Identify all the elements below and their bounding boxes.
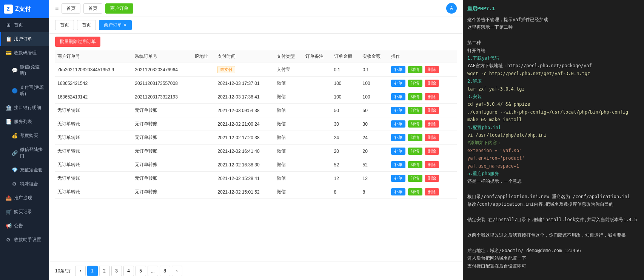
cell-actual: 0.1 <box>360 63 389 77</box>
panel-line: 这两个我这里改过之后我直接打包这个，你们应该不用改，知道运行，域名要换 <box>467 231 639 239</box>
cell-pay-type: 支付宝 <box>274 63 303 77</box>
status-badge: 未支付 <box>217 66 235 73</box>
detail-btn[interactable]: 详情 <box>408 66 422 73</box>
panel-line: 这个警告不管理，提示yaf插件已经加载 <box>467 16 639 23</box>
sidebar-item-payment-settings[interactable]: ⚙ 收款助手设置 <box>0 233 49 247</box>
topnav: ≡ 首页 首页 商户订单 A <box>49 0 463 17</box>
sidebar-item-alipay[interactable]: 🔵 支付宝(免监听) <box>0 80 49 101</box>
supplement-btn[interactable]: 补单 <box>391 161 405 168</box>
topnav-tab-home[interactable]: 首页 <box>62 3 80 14</box>
sidebar-item-announcement[interactable]: 📢 公告 <box>0 219 49 233</box>
delete-btn[interactable]: 删除 <box>425 148 439 155</box>
cell-remark <box>303 131 332 145</box>
cell-pay-time: 2021-12-03 09:54:38 <box>215 104 274 117</box>
supplement-btn[interactable]: 补单 <box>391 107 405 114</box>
supplement-btn[interactable]: 补单 <box>391 148 405 155</box>
right-wrapper: 重启PHP7.1这个警告不管理，提示yaf插件已经加载这里再演示一下第二种 第二… <box>463 0 644 280</box>
delete-btn[interactable]: 删除 <box>425 120 439 128</box>
cell-action: 补单 详情 删除 <box>389 131 457 145</box>
page-btn-1[interactable]: 1 <box>87 266 98 276</box>
cell-pay-time: 2021-12-03 17:37:01 <box>215 77 274 90</box>
table-row: Zkb202112032034451953 9 2021120320347696… <box>55 63 457 77</box>
sidebar-item-quota-buy[interactable]: 💰 额度购买 <box>0 129 49 143</box>
menu-toggle-icon[interactable]: ≡ <box>55 5 59 12</box>
detail-btn[interactable]: 详情 <box>408 107 422 114</box>
cell-amount: 52 <box>332 158 361 172</box>
detail-btn[interactable]: 详情 <box>408 161 422 168</box>
supplement-btn[interactable]: 补单 <box>391 66 405 73</box>
cell-pay-type: 微信 <box>274 104 303 117</box>
delete-btn[interactable]: 删除 <box>425 188 439 195</box>
delete-btn[interactable]: 删除 <box>425 80 439 87</box>
sidebar-item-home[interactable]: ⊞ 首页 <box>0 18 49 32</box>
sidebar-item-bank-detail[interactable]: 🏦 接口银行明细 <box>0 101 49 115</box>
sidebar-item-promote[interactable]: 📤 推广提现 <box>0 191 49 205</box>
detail-btn[interactable]: 详情 <box>408 93 422 100</box>
delete-btn[interactable]: 删除 <box>425 93 439 100</box>
delete-btn[interactable]: 删除 <box>425 175 439 182</box>
cell-ip <box>193 131 215 145</box>
cell-merchant-order: 无订单转账 <box>55 185 132 199</box>
supplement-btn[interactable]: 补单 <box>391 175 405 182</box>
sidebar-item-recharge[interactable]: 💎 充值定金套 <box>0 163 49 177</box>
sidebar-item-wechat-login[interactable]: 🔗 微信登陆接口 <box>0 143 49 163</box>
cell-action: 补单 详情 删除 <box>389 158 457 172</box>
supplement-btn[interactable]: 补单 <box>391 80 405 87</box>
sidebar-logo[interactable]: Z Z支付 <box>0 0 49 18</box>
page-btn-8[interactable]: 8 <box>160 266 170 276</box>
page-tab-home[interactable]: 首页 <box>55 20 74 30</box>
cell-sys-order: 无订单转账 <box>132 158 193 172</box>
detail-btn[interactable]: 详情 <box>408 120 422 128</box>
sidebar-label: 微信(免监听) <box>20 64 45 77</box>
sidebar-item-special-combo[interactable]: ⚙ 特殊组合 <box>0 177 49 191</box>
topnav-tab-home2[interactable]: 首页 <box>83 3 102 14</box>
delete-btn[interactable]: 删除 <box>425 161 439 168</box>
page-tab-orders[interactable]: 商户订单 ✕ <box>99 20 132 30</box>
supplement-btn[interactable]: 补单 <box>391 120 405 128</box>
panel-title: 重启PHP7.1 <box>467 5 639 13</box>
panel-line: vi /usr/local/php/etc/php.ini <box>467 131 639 139</box>
cell-pay-type: 微信 <box>274 90 303 104</box>
cell-pay-time: 2021-12-02 16:38:30 <box>215 158 274 172</box>
page-btn-5[interactable]: 5 <box>136 266 146 276</box>
topnav-tab-orders[interactable]: 商户订单 <box>105 3 133 14</box>
page-btn-2[interactable]: 2 <box>99 266 110 276</box>
supplement-btn[interactable]: 补单 <box>391 134 405 141</box>
panel-line: yaf.environ='product' <box>467 154 639 162</box>
sidebar-item-payment-code[interactable]: 💳 收款码管理 <box>0 46 49 60</box>
sidebar-item-service-list[interactable]: 📑 服务列表 <box>0 115 49 129</box>
detail-btn[interactable]: 详情 <box>408 80 422 87</box>
sidebar-item-user-orders[interactable]: 📋 用户订单 <box>0 32 49 46</box>
page-btn-3[interactable]: 3 <box>111 266 122 276</box>
page-btn-4[interactable]: 4 <box>123 266 134 276</box>
sidebar-item-wechat[interactable]: 💬 微信(免监听) <box>0 60 49 80</box>
table-row: 无订单转账 无订单转账 2021-12-02 15:28:41 微信 12 12… <box>55 172 457 185</box>
bulk-delete-expired-btn[interactable]: 批量删除过期订单 <box>55 37 100 47</box>
next-page-btn[interactable]: › <box>172 266 182 276</box>
cell-actual: 30 <box>360 117 389 131</box>
detail-btn[interactable]: 详情 <box>408 134 422 141</box>
cell-sys-order: 无订单转账 <box>132 145 193 158</box>
sidebar-item-purchase[interactable]: 🛒 购买记录 <box>0 205 49 219</box>
detail-btn[interactable]: 详情 <box>408 188 422 195</box>
cell-remark <box>303 185 332 199</box>
panel-line: ./configure --with-php-config=/usr/local… <box>467 108 639 116</box>
cell-pay-time: 2021-12-02 16:41:40 <box>215 145 274 158</box>
panel-line: 进入后台把网站域名配置一下 <box>467 254 639 262</box>
prev-page-btn[interactable]: ‹ <box>75 266 86 276</box>
supplement-btn[interactable]: 补单 <box>391 188 405 195</box>
cell-sys-order: 无订单转账 <box>132 185 193 199</box>
main-content: ≡ 首页 首页 商户订单 A 首页 首页 商户订单 ✕ 批量删除过期订单 商户订… <box>49 0 463 280</box>
cell-amount: 50 <box>332 104 361 117</box>
page-btn-ellipsis[interactable]: ... <box>148 266 158 276</box>
detail-btn[interactable]: 详情 <box>408 148 422 155</box>
delete-btn[interactable]: 删除 <box>425 134 439 141</box>
supplement-btn[interactable]: 补单 <box>391 93 405 100</box>
delete-btn[interactable]: 删除 <box>425 66 439 73</box>
panel-line: 锁定安装 在/install/目录下,创建install.lock文件,并写入当… <box>467 216 639 223</box>
detail-btn[interactable]: 详情 <box>408 175 422 182</box>
col-amount: 订单金额 <box>332 50 361 63</box>
delete-btn[interactable]: 删除 <box>425 107 439 114</box>
page-tab-home2[interactable]: 首页 <box>77 20 96 30</box>
table-row: 无订单转账 无订单转账 2021-12-02 21:00:24 微信 30 30… <box>55 117 457 131</box>
